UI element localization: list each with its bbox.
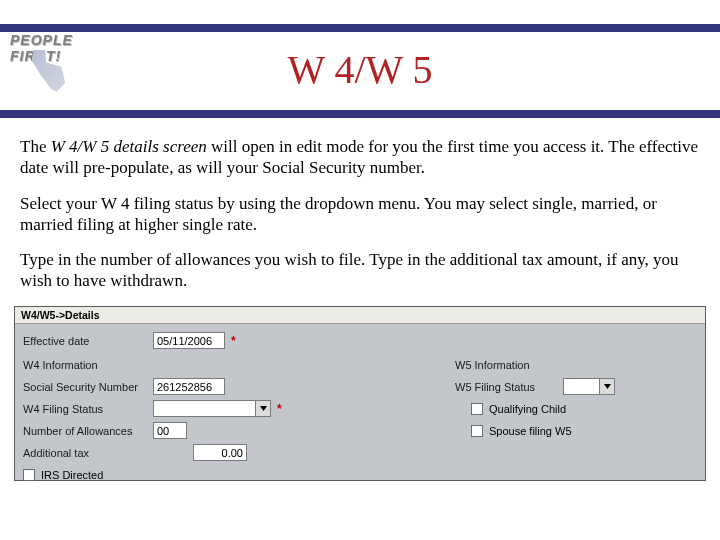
label-effective-date: Effective date [23,335,153,347]
app-title-bar: W4/W5->Details [15,307,705,324]
p1-a: The [20,137,51,156]
irs-directed-checkbox[interactable] [23,469,35,481]
mid-divider [0,110,720,118]
label-spouse-filing: Spouse filing W5 [489,425,572,437]
row-allowances: Number of Allowances [23,420,323,442]
p1-italic: W 4/W 5 details screen [51,137,207,156]
allowances-input[interactable] [153,422,187,439]
additional-tax-input[interactable] [193,444,247,461]
row-w4-info: W4 Information [23,354,323,376]
chevron-down-icon [599,379,614,394]
w4-filing-status-select[interactable] [153,400,271,417]
label-w5-info: W5 Information [455,359,563,371]
label-w4-info: W4 Information [23,359,153,371]
row-w5-info: W5 Information [455,354,685,376]
row-qualifying-child: Qualifying Child [455,398,685,420]
label-irs-directed: IRS Directed [41,469,103,481]
row-w4-filing-status: W4 Filing Status * [23,398,323,420]
logo-text-first: FIRST! [10,48,130,64]
ssn-input[interactable] [153,378,225,395]
paragraph-2: Select your W 4 filing status by using t… [20,193,700,236]
effective-date-input[interactable] [153,332,225,349]
label-qualifying-child: Qualifying Child [489,403,566,415]
chevron-down-icon [255,401,270,416]
qualifying-child-checkbox[interactable] [471,403,483,415]
header: PEOPLE FIRST! W 4/W 5 [0,38,720,98]
paragraph-3: Type in the number of allowances you wis… [20,249,700,292]
form-body: Effective date * W4 Information Social S… [15,324,705,480]
row-additional-tax: Additional tax [23,442,323,464]
required-mark: * [231,334,236,348]
label-ssn: Social Security Number [23,381,153,393]
logo: PEOPLE FIRST! [10,32,130,92]
label-w5-filing-status: W5 Filing Status [455,381,563,393]
w5-filing-status-select[interactable] [563,378,615,395]
row-effective-date: Effective date * [23,330,323,352]
label-allowances: Number of Allowances [23,425,153,437]
spouse-filing-checkbox[interactable] [471,425,483,437]
logo-text-people: PEOPLE [10,32,130,48]
label-additional-tax: Additional tax [23,447,153,459]
row-spouse-filing: Spouse filing W5 [455,420,685,442]
row-w5-filing-status: W5 Filing Status [455,376,685,398]
row-irs-directed: IRS Directed [23,464,323,486]
label-w4-filing-status: W4 Filing Status [23,403,153,415]
svg-marker-1 [604,384,611,389]
top-divider [0,24,720,32]
required-mark: * [277,402,282,416]
paragraph-1: The W 4/W 5 details screen will open in … [20,136,700,179]
svg-marker-0 [260,406,267,411]
amt-wrap [193,444,247,461]
body-text: The W 4/W 5 details screen will open in … [0,136,720,292]
row-ssn: Social Security Number [23,376,323,398]
app-window: W4/W5->Details Effective date * W4 Infor… [14,306,706,481]
